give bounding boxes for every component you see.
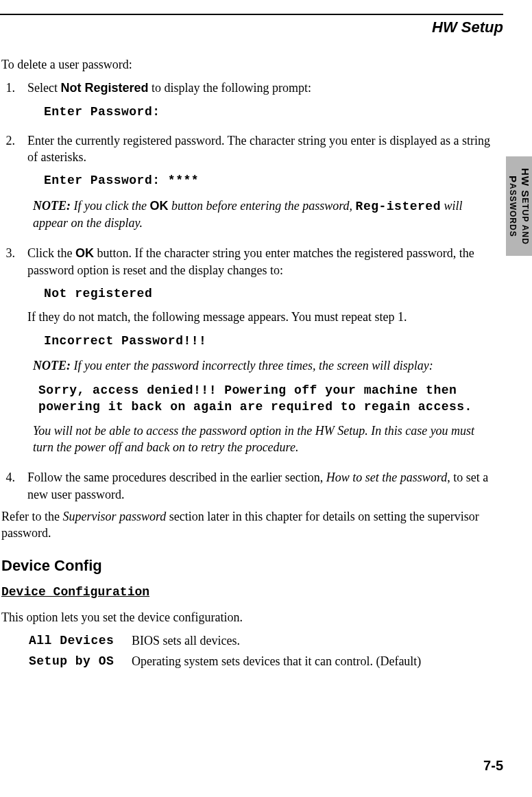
config-text: Operating system sets devices that it ca… bbox=[132, 653, 498, 669]
code-prompt: Enter Password: **** bbox=[44, 172, 498, 189]
config-description: This option lets you set the device conf… bbox=[1, 609, 498, 626]
code-line: Incorrect Password!!! bbox=[44, 333, 498, 349]
section-heading: Device Config bbox=[1, 556, 498, 576]
page-number: 7-5 bbox=[483, 757, 503, 775]
content-area: To delete a user password: 1. Select Not… bbox=[1, 56, 498, 674]
config-label: All Devices bbox=[29, 632, 132, 649]
note-label: NOTE: bbox=[33, 359, 71, 372]
text: Follow the same procedures described in … bbox=[27, 471, 326, 484]
code-prompt: Enter Password: bbox=[44, 104, 498, 120]
config-row: Setup by OS Operating system sets device… bbox=[29, 653, 498, 669]
step-number: 3. bbox=[1, 245, 19, 464]
mono-text: Reg-istered bbox=[356, 200, 441, 213]
step-body: Enter the currently registered password.… bbox=[19, 132, 498, 239]
step-body: Select Not Registered to display the fol… bbox=[19, 80, 498, 127]
italic-text: How to set the password bbox=[326, 471, 447, 484]
config-text: BIOS sets all devices. bbox=[132, 632, 498, 649]
side-tab: HW SETUP ANDPASSWORDS bbox=[506, 156, 532, 256]
config-label: Setup by OS bbox=[29, 653, 132, 669]
text: If you enter the password incorrectly th… bbox=[71, 359, 433, 372]
step-body: Follow the same procedures described in … bbox=[19, 469, 498, 503]
step-number: 4. bbox=[1, 469, 19, 503]
step-number: 2. bbox=[1, 132, 19, 239]
note-label: NOTE: bbox=[33, 199, 71, 213]
bold-text: Not Registered bbox=[60, 81, 148, 95]
config-row: All Devices BIOS sets all devices. bbox=[29, 632, 498, 649]
refer-text: Refer to the Supervisor password section… bbox=[1, 508, 498, 542]
text: Click the bbox=[27, 246, 75, 260]
step-4: 4. Follow the same procedures described … bbox=[1, 469, 498, 503]
text: to display the following prompt: bbox=[149, 81, 311, 95]
text: button. If the character string you ente… bbox=[27, 246, 474, 276]
step-1: 1. Select Not Registered to display the … bbox=[1, 80, 498, 127]
page-header: HW Setup bbox=[432, 17, 503, 38]
text: If you click the bbox=[71, 199, 149, 213]
bold-text: OK bbox=[75, 246, 94, 260]
note-block: NOTE: If you click the OK button before … bbox=[33, 198, 498, 232]
header-rule bbox=[0, 14, 503, 15]
step-3: 3. Click the OK button. If the character… bbox=[1, 245, 498, 464]
sub-heading: Device Configuration bbox=[1, 584, 498, 600]
step-number: 1. bbox=[1, 80, 19, 127]
text: Enter the currently registered password.… bbox=[27, 134, 490, 164]
step-body: Click the OK button. If the character st… bbox=[19, 245, 498, 464]
intro-text: To delete a user password: bbox=[1, 56, 498, 73]
followup-text: If they do not match, the following mess… bbox=[27, 309, 498, 325]
code-line: Not registered bbox=[44, 285, 498, 302]
italic-text: Supervisor password bbox=[62, 510, 166, 523]
step-2: 2. Enter the currently registered passwo… bbox=[1, 132, 498, 239]
code-block: Sorry, access denied!!! Powering off you… bbox=[38, 382, 498, 416]
text: button before entering the password, bbox=[168, 199, 355, 213]
text: Select bbox=[27, 81, 60, 95]
note-after: You will not be able to access the passw… bbox=[33, 423, 498, 456]
side-tab-text: HW SETUP ANDPASSWORDS bbox=[507, 168, 531, 245]
bold-text: OK bbox=[149, 199, 168, 213]
note-block: NOTE: If you enter the password incorrec… bbox=[33, 357, 498, 374]
text: Refer to the bbox=[1, 510, 62, 523]
